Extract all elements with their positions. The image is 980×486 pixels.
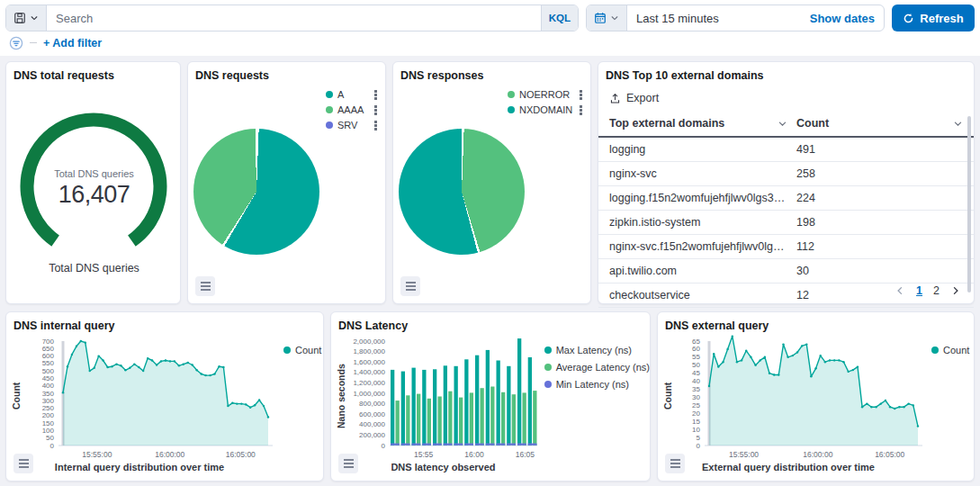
- legend-item[interactable]: NOERROR: [508, 89, 583, 101]
- table-row[interactable]: nginx-svc.f15n2womfujehfjlwv0lgs3no...11…: [598, 235, 974, 259]
- count-cell: 30: [796, 265, 963, 277]
- list-icon: [406, 282, 416, 291]
- chevron-down-icon: [30, 14, 39, 22]
- panel-dns-responses: DNS responses NOERRORNXDOMAIN: [392, 61, 591, 304]
- svg-text:700: 700: [42, 338, 55, 346]
- page-number-button[interactable]: 2: [933, 284, 940, 297]
- svg-text:45: 45: [692, 369, 700, 377]
- table-row[interactable]: logging.f15n2womfujehfjlwv0lgs3nog....22…: [598, 186, 974, 211]
- page-number-button[interactable]: 1: [916, 284, 922, 297]
- legend-actions-icon[interactable]: [579, 104, 583, 116]
- table-row[interactable]: nginx-svc258: [598, 162, 974, 186]
- legend-actions-icon[interactable]: [579, 89, 583, 101]
- column-header-domains[interactable]: Top external domains: [609, 117, 724, 130]
- panel-dns-external-query: DNS external query Count 051015202530354…: [657, 311, 975, 482]
- toggle-legend-button[interactable]: [338, 454, 358, 473]
- svg-text:10: 10: [692, 426, 700, 434]
- legend-color-dot: [283, 346, 291, 354]
- domain-cell: logging.f15n2womfujehfjlwv0lgs3nog....: [609, 192, 796, 204]
- column-header-count[interactable]: Count: [796, 117, 829, 130]
- svg-text:15:55:00: 15:55:00: [82, 450, 112, 459]
- legend-actions-icon[interactable]: [373, 120, 378, 131]
- panel-dns-total-requests: DNS total requests Total DNS queries 16,…: [5, 61, 181, 304]
- latency-chart[interactable]: 0200,000400,000600,000800,0001,000,0001,…: [347, 334, 537, 462]
- svg-text:1,400,000: 1,400,000: [353, 368, 385, 376]
- chevron-down-icon: [610, 14, 619, 22]
- svg-text:600,000: 600,000: [359, 410, 385, 418]
- count-cell: 491: [796, 143, 963, 156]
- count-cell: 112: [796, 240, 963, 253]
- legend: Count: [276, 334, 321, 462]
- search-input[interactable]: [47, 5, 541, 31]
- table-row[interactable]: zipkin.istio-system198: [598, 211, 974, 235]
- export-icon: [609, 93, 621, 104]
- y-axis-title: Count: [661, 338, 674, 454]
- next-page-icon[interactable]: [950, 285, 961, 296]
- domain-cell: zipkin.istio-system: [609, 216, 796, 229]
- saved-query-menu-button[interactable]: [6, 5, 47, 31]
- svg-text:25: 25: [692, 401, 700, 410]
- svg-text:15:55:00: 15:55:00: [729, 450, 759, 459]
- date-picker: Last 15 minutes Show dates: [586, 4, 885, 32]
- add-filter-button[interactable]: + Add filter: [43, 37, 102, 50]
- legend-item[interactable]: Count: [283, 345, 321, 356]
- svg-text:16:00:00: 16:00:00: [803, 450, 832, 459]
- svg-text:500: 500: [42, 367, 55, 375]
- x-axis-title: Internal query distribution over time: [6, 462, 273, 472]
- chevron-down-icon[interactable]: [778, 119, 787, 129]
- legend-item[interactable]: Average Latency (ns): [544, 362, 650, 373]
- legend-item[interactable]: SRV: [326, 120, 378, 131]
- legend-actions-icon[interactable]: [373, 89, 378, 101]
- svg-text:65: 65: [692, 338, 700, 346]
- gauge-caption: Total DNS queries: [6, 262, 182, 274]
- svg-text:100: 100: [42, 427, 55, 435]
- legend-actions-icon[interactable]: [373, 104, 378, 116]
- show-dates-button[interactable]: Show dates: [801, 5, 884, 31]
- kql-language-button[interactable]: KQL: [541, 5, 578, 31]
- panel-title: DNS Latency: [331, 312, 650, 332]
- toggle-legend-button[interactable]: [13, 454, 33, 473]
- table-row[interactable]: logging491: [598, 138, 974, 162]
- total-requests-gauge: [6, 104, 182, 256]
- previous-page-icon[interactable]: [895, 285, 905, 296]
- external-query-chart[interactable]: 0510152025303540455055606515:55:0016:00:…: [674, 334, 924, 462]
- legend-label: Count: [943, 345, 969, 356]
- legend-label: Average Latency (ns): [556, 362, 650, 373]
- panel-title: DNS total requests: [6, 62, 180, 82]
- chevron-down-icon[interactable]: [953, 119, 963, 129]
- refresh-icon: [903, 13, 914, 24]
- panel-title: DNS internal query: [6, 312, 323, 332]
- legend: Count: [924, 334, 969, 462]
- legend-label: NOERROR: [519, 89, 570, 100]
- svg-text:0: 0: [50, 442, 55, 450]
- domain-cell: checkoutservice: [609, 289, 796, 302]
- legend-item[interactable]: Count: [931, 345, 969, 356]
- date-quick-select-button[interactable]: [587, 5, 627, 31]
- legend-item[interactable]: NXDOMAIN: [508, 104, 583, 116]
- toggle-legend-button[interactable]: [195, 276, 215, 296]
- list-icon: [201, 282, 211, 291]
- svg-text:5: 5: [697, 434, 701, 442]
- svg-text:50: 50: [692, 361, 700, 369]
- legend-item[interactable]: Max Latency (ns): [544, 345, 650, 356]
- filter-icon[interactable]: [9, 36, 23, 50]
- scrollbar[interactable]: [967, 116, 971, 292]
- legend-label: A: [337, 89, 344, 100]
- legend-item[interactable]: Min Latency (ns): [544, 379, 650, 390]
- export-button[interactable]: Export: [598, 82, 670, 112]
- internal-query-chart[interactable]: 0501001502002503003504004505005506006507…: [22, 334, 276, 462]
- legend-color-dot: [544, 346, 552, 354]
- toggle-legend-button[interactable]: [665, 454, 685, 473]
- legend-item[interactable]: A: [326, 89, 378, 101]
- filter-bar: + Add filter: [0, 34, 980, 56]
- legend-item[interactable]: AAAA: [326, 104, 378, 116]
- time-range-value[interactable]: Last 15 minutes: [627, 5, 801, 31]
- refresh-button[interactable]: Refresh: [892, 4, 975, 32]
- dns-responses-pie[interactable]: [399, 129, 525, 255]
- svg-text:400: 400: [42, 382, 55, 390]
- dns-requests-pie[interactable]: [193, 129, 319, 255]
- toggle-legend-button[interactable]: [400, 276, 420, 296]
- svg-text:16:05: 16:05: [516, 450, 535, 459]
- table-row[interactable]: api.twilio.com30: [598, 259, 974, 284]
- svg-text:300: 300: [42, 397, 55, 405]
